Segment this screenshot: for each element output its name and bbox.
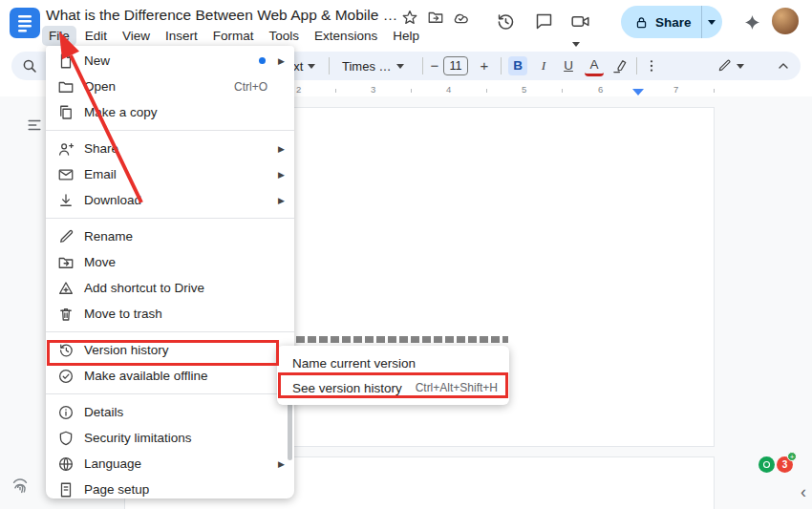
editing-mode-dropdown[interactable] [716,52,744,80]
menu-item-version-history[interactable]: Version history ▶ [46,337,294,363]
menu-edit[interactable]: Edit [78,26,114,46]
menu-item-new[interactable]: New ▶ [46,48,294,74]
submenu-item-see-version-history[interactable]: See version history Ctrl+Alt+Shift+H [277,375,509,400]
submenu-arrow-icon: ▶ [273,196,285,205]
menu-format[interactable]: Format [206,26,261,46]
trash-icon [57,306,75,323]
menu-divider [46,130,294,131]
bold-button[interactable]: B [508,56,527,75]
open-folder-icon [57,78,75,95]
page-setup-icon [57,481,75,498]
menu-item-email[interactable]: Email ▶ [46,161,294,187]
font-family-dropdown[interactable]: Times … [342,52,404,80]
download-icon [57,192,75,209]
menu-item-security-limitations[interactable]: Security limitations [46,425,294,451]
menu-file[interactable]: File [42,26,76,46]
move-to-folder-icon[interactable] [427,9,444,26]
ruler-tick [486,89,487,93]
submenu-item-name-current-version[interactable]: Name current version [277,350,509,375]
fingerprint-icon[interactable] [10,476,32,498]
share-button[interactable]: Share [621,6,722,38]
menu-divider [46,331,294,332]
collapse-toolbar-icon[interactable] [776,52,791,80]
ruler-tick [714,89,715,93]
collapse-side-panel-icon[interactable]: ‹ [801,482,806,502]
menu-item-download[interactable]: Download ▶ [46,187,294,213]
user-avatar[interactable] [772,8,799,34]
ruler-tick [335,89,336,93]
ruler-mark: 6 [598,84,603,95]
show-outline-icon[interactable] [25,116,44,135]
menu-help[interactable]: Help [386,26,426,46]
document-text-line [296,336,508,343]
ruler-mark: 3 [371,84,375,95]
menu-item-rename[interactable]: Rename [46,223,294,249]
increase-font-size-button[interactable]: + [476,56,493,75]
menu-insert[interactable]: Insert [159,26,204,46]
menu-extensions[interactable]: Extensions [308,26,384,46]
italic-button[interactable]: I [534,56,553,75]
highlight-color-button[interactable] [611,52,628,80]
toolbar-separator [422,57,423,74]
meet-video-icon[interactable] [570,11,603,32]
share-person-icon [57,140,75,158]
menu-divider [46,218,294,219]
star-icon[interactable] [401,9,418,26]
titlebar: What is the Difference Between Web App &… [0,0,812,48]
menu-tools[interactable]: Tools [263,26,307,46]
text-color-button[interactable]: A [585,56,604,76]
version-history-icon [57,342,75,359]
menu-divider [46,393,294,394]
gemini-sparkle-icon[interactable] [743,13,764,34]
menu-item-page-setup[interactable]: Page setup [46,477,294,498]
ruler-mark: 4 [446,84,451,95]
menu-item-open[interactable]: Open Ctrl+O [46,74,294,99]
version-history-submenu: Name current version See version history… [277,346,509,405]
font-size-input[interactable]: 11 [443,56,468,75]
make-copy-icon [57,104,75,121]
indent-marker[interactable] [632,89,644,95]
share-label: Share [655,15,692,30]
meet-caret-icon[interactable] [572,42,580,47]
menu-item-details[interactable]: Details [46,399,294,425]
offline-check-icon [57,368,75,385]
underline-button[interactable]: U [559,56,578,75]
menu-item-add-shortcut-to-drive[interactable]: Add shortcut to Drive [46,275,294,301]
share-caret-icon[interactable] [701,20,722,25]
google-docs-window: What is the Difference Between Web App &… [0,0,812,509]
version-history-clock-icon[interactable] [495,11,516,32]
ruler-mark: 5 [522,84,526,95]
rename-pencil-icon [57,228,75,245]
menu-item-move-to-trash[interactable]: Move to trash [46,301,294,327]
cloud-saved-icon[interactable] [452,9,469,26]
new-document-icon [57,53,75,70]
document-title[interactable]: What is the Difference Between Web App &… [46,7,397,24]
menu-item-share[interactable]: Share ▶ [46,136,294,161]
menu-item-move[interactable]: Move [46,249,294,275]
ruler-mark: 7 [673,84,678,95]
globe-icon [57,456,75,473]
drive-shortcut-icon [57,280,75,297]
docs-logo[interactable] [10,8,40,38]
decrease-font-size-button[interactable]: − [426,56,443,75]
toolbar-separator [636,57,637,74]
submenu-arrow-icon: ▶ [273,170,285,180]
shield-icon [57,430,75,447]
submenu-arrow-icon: ▶ [273,144,285,154]
comments-icon[interactable] [534,11,555,32]
extension-badge-plus: + [787,452,797,461]
menu-bar: File Edit View Insert Format Tools Exten… [42,26,426,46]
ruler-tick [411,89,412,93]
share-main[interactable]: Share [621,6,701,38]
file-menu-dropdown: New ▶ Open Ctrl+O Make a copy Share ▶ [46,46,294,498]
extension-badge-green[interactable] [759,456,775,473]
ruler-mark: 2 [296,84,301,95]
menu-view[interactable]: View [116,26,157,46]
search-menus-icon[interactable] [21,52,38,80]
menu-item-make-available-offline[interactable]: Make available offline [46,363,294,389]
more-options-icon[interactable] [644,52,659,80]
menu-item-make-a-copy[interactable]: Make a copy [46,99,294,125]
toolbar-separator [329,57,330,74]
menu-item-language[interactable]: Language ▶ [46,451,294,477]
email-icon [57,166,75,183]
